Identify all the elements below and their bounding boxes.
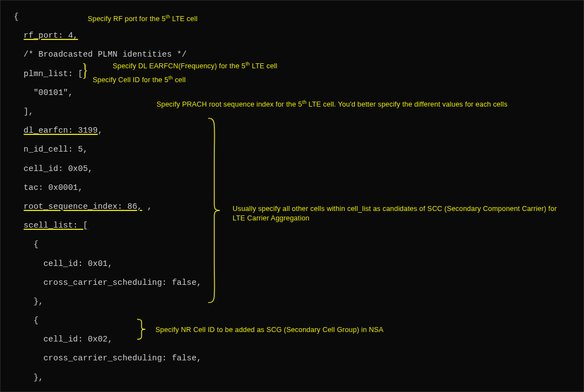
code-line: tac: 0x0001, <box>4 183 202 193</box>
code-line: cross_carrier_scheduling: false, <box>4 354 202 363</box>
brace-icon: } <box>82 65 88 74</box>
brace-icon <box>137 319 153 341</box>
code-line: cross_carrier_scheduling: false, <box>4 278 202 288</box>
code-line: cell_id: 0x02, <box>4 335 202 344</box>
ann-scg: Specify NR Cell ID to be added as SCG (S… <box>155 325 384 335</box>
code-line: dl_earfcn: 3199, <box>4 126 202 135</box>
brace-icon <box>208 118 230 304</box>
code-line: { <box>4 240 202 249</box>
code-line: cell_id: 0x01, <box>4 259 202 269</box>
hl-root-seq: root_sequence_index: 86, <box>24 202 143 211</box>
code-line: root_sequence_index: 86, , <box>4 202 202 212</box>
code-line: cell_id: 0x05, <box>4 164 202 174</box>
ann-dl-earfcn: Specify DL EARFCN(Frequency) for the 5th… <box>113 59 278 71</box>
ann-scell: Usually specify all other cells within c… <box>233 204 560 223</box>
ann-prach: Specify PRACH root sequence index for th… <box>157 98 507 109</box>
code-line: scell_list: [ <box>4 221 202 230</box>
code-line: }, <box>4 373 202 383</box>
code-line: { <box>4 316 202 325</box>
hl-dl-earfcn: dl_earfcn: 3199 <box>24 126 98 135</box>
code-line: /* Broadcasted PLMN identities */ <box>4 50 202 59</box>
ann-cell-id: Specify Cell ID for the 5th cell <box>93 73 185 85</box>
code-line: "00101", <box>4 88 202 98</box>
code-line: }, <box>4 297 202 306</box>
code-line: rf_port: 4, <box>4 31 202 41</box>
hl-rf-port: rf_port: 4, <box>24 31 78 40</box>
hl-scell-list: scell_list: [ <box>24 221 88 230</box>
ann-rf-port: Specify RF port for the 5th LTE cell <box>88 12 198 24</box>
code-line: n_id_cell: 5, <box>4 145 202 154</box>
